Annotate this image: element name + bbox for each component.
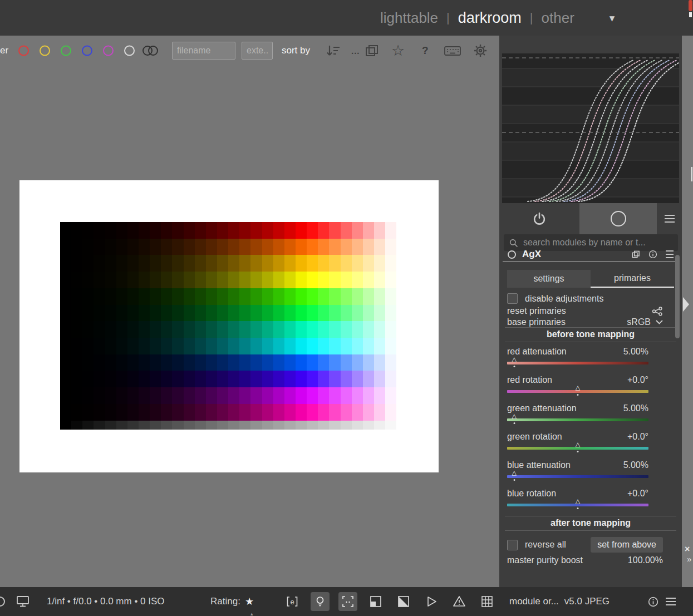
master-purity-boost-row[interactable]: master purity boost 100.00% [507, 555, 663, 565]
raw-overexposed-icon[interactable] [366, 592, 385, 611]
base-primaries-row[interactable]: base primaries sRGB [507, 317, 663, 327]
rating-star-icon[interactable]: ★ [245, 595, 254, 608]
sort-order-icon[interactable] [326, 43, 341, 58]
module-search-input[interactable] [522, 237, 673, 248]
panel-collapse-arrow-icon[interactable] [683, 297, 689, 312]
slider-track[interactable]: △ [507, 447, 648, 450]
reverse-all-checkbox[interactable] [507, 540, 518, 550]
scrollbar-artifact-red [689, 0, 692, 11]
slider-value: 5.00% [623, 347, 648, 357]
guides-grid-icon[interactable] [478, 592, 497, 611]
color-label-yellow[interactable] [40, 45, 50, 56]
module-tabs: settings primaries [507, 270, 674, 288]
slider-green-rotation[interactable]: green rotation+0.0°△ [507, 431, 648, 459]
help-button[interactable]: ? [422, 45, 429, 57]
lightbulb-icon[interactable] [311, 592, 330, 611]
module-groups-menu-button[interactable] [657, 203, 682, 234]
color-label-green[interactable] [61, 45, 71, 56]
base-primaries-label: base primaries [507, 317, 566, 327]
module-header-icons [632, 250, 674, 259]
slider-marker-icon[interactable]: △ [576, 498, 580, 504]
reject-filter-icon[interactable] [141, 44, 159, 57]
view-switcher: lighttable | darkroom | other ▾ [372, 0, 615, 36]
view-other[interactable]: other [533, 9, 583, 27]
slider-marker-icon[interactable]: △ [512, 413, 516, 419]
preferences-gear-icon[interactable] [473, 43, 488, 58]
color-label-red[interactable] [18, 45, 29, 56]
power-toggle-button[interactable] [499, 203, 579, 234]
slider-red-rotation[interactable]: red rotation+0.0°△ [507, 374, 648, 402]
module-enable-icon[interactable] [508, 250, 516, 259]
overflow-menu-icon[interactable]: ... [351, 46, 360, 55]
panel-collapse-strip: × » [682, 36, 693, 587]
slider-red-attenuation[interactable]: red attenuation5.00%△ [507, 346, 648, 374]
gamut-check-icon[interactable] [450, 592, 469, 611]
color-label-blue[interactable] [82, 45, 92, 56]
info-icon[interactable] [648, 250, 657, 259]
presets-icon[interactable] [652, 307, 663, 316]
active-modules-button[interactable] [579, 203, 657, 234]
focus-region-icon[interactable] [338, 592, 357, 611]
duplicate-instance-icon[interactable] [632, 250, 640, 259]
view-darkroom[interactable]: darkroom [450, 9, 530, 27]
slider-track[interactable]: △ [507, 418, 648, 421]
slider-track[interactable]: △ [507, 504, 648, 506]
grouping-icon[interactable] [364, 43, 380, 58]
color-chart-row [60, 239, 396, 255]
filter-toolbar: er sort by ... ☆ [0, 36, 499, 65]
slider-blue-rotation[interactable]: blue rotation+0.0°△ [507, 487, 648, 516]
bottom-toolbar: 1/inf • f/0.0 • 0.0 mm • 0 ISO Rating: ★… [0, 587, 693, 616]
shortcuts-keyboard-icon[interactable] [444, 44, 461, 57]
color-chart-row [60, 371, 396, 387]
tab-primaries[interactable]: primaries [591, 270, 674, 288]
color-chart-row [60, 288, 396, 305]
slider-green-attenuation[interactable]: green attenuation5.00%△ [507, 402, 648, 431]
chevron-down-icon[interactable] [656, 320, 663, 324]
extension-filter-input[interactable] [242, 42, 273, 60]
softproof-icon[interactable] [422, 592, 441, 611]
slider-track[interactable]: △ [507, 475, 648, 478]
agx-module-header[interactable]: AgX [503, 247, 679, 262]
bottom-menu-icon[interactable] [666, 598, 676, 605]
slider-label: blue attenuation [507, 460, 571, 470]
color-label-purple[interactable] [103, 45, 114, 56]
slider-label: blue rotation [507, 489, 556, 499]
darktable-window: lighttable | darkroom | other ▾ er sort … [0, 0, 693, 616]
slider-track[interactable]: △ [507, 362, 648, 364]
reset-primaries-label: reset primaries [507, 306, 566, 316]
overexposed-icon[interactable] [394, 592, 413, 611]
view-lighttable[interactable]: lighttable [372, 9, 446, 27]
slider-marker-icon[interactable]: △ [576, 441, 580, 447]
slider-marker-icon[interactable]: △ [512, 356, 516, 362]
filename-filter-input[interactable] [172, 42, 235, 60]
sort-by-label[interactable]: sort by [282, 45, 310, 56]
slider-marker-icon[interactable]: △ [576, 385, 580, 391]
slider-marker-icon[interactable]: △ [512, 470, 516, 476]
disable-adjustments-checkbox[interactable] [507, 293, 518, 304]
slider-blue-attenuation[interactable]: blue attenuation5.00%△ [507, 459, 648, 487]
exif-info: 1/inf • f/0.0 • 0.0 mm • 0 ISO [47, 596, 165, 607]
rating-control[interactable]: Rating: ★ ▴ [210, 595, 254, 608]
overlays-star-icon[interactable]: ☆ [391, 43, 405, 58]
display-profile-icon[interactable] [16, 594, 30, 609]
module-title[interactable]: AgX [522, 249, 541, 260]
slider-default-dot [513, 479, 515, 481]
color-assessment-icon[interactable]: e [283, 592, 302, 611]
base-primaries-value[interactable]: sRGB [627, 317, 651, 327]
tab-settings[interactable]: settings [507, 270, 591, 288]
hamburger-icon [665, 215, 675, 223]
slider-track[interactable]: △ [507, 390, 648, 393]
views-dropdown-caret-icon[interactable]: ▾ [610, 12, 615, 24]
color-chart-row [60, 255, 396, 272]
info-icon[interactable] [648, 597, 658, 607]
reset-primaries-row[interactable]: reset primaries [507, 306, 663, 316]
panel-scrollbar-thumb[interactable] [675, 255, 680, 338]
image-canvas[interactable] [19, 180, 439, 472]
module-order-button[interactable]: module or... [509, 596, 559, 607]
scope-histogram[interactable] [502, 53, 679, 203]
set-from-above-button[interactable]: set from above [591, 537, 663, 553]
color-chart-row [60, 222, 396, 239]
slider-default-dot [577, 507, 579, 509]
color-label-none[interactable] [124, 45, 135, 56]
module-menu-icon[interactable] [666, 250, 674, 258]
